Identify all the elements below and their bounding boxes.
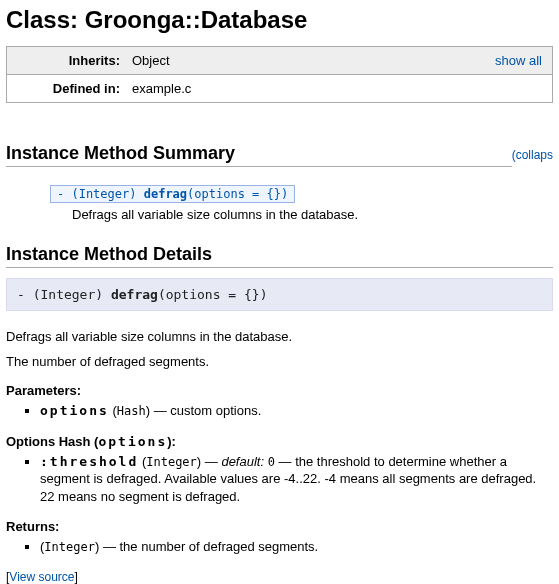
returns-title: Returns: [6, 519, 553, 534]
method-desc-1: Defrags all variable size columns in the… [6, 329, 553, 344]
inherits-value: Object [132, 53, 495, 68]
summary-desc: Defrags all variable size columns in the… [72, 207, 553, 222]
class-info-box: Inherits: Object show all Defined in: ex… [6, 46, 553, 103]
param-desc: custom options. [170, 403, 261, 418]
param-name: options [40, 403, 109, 418]
show-all-link[interactable]: show all [495, 53, 542, 68]
option-type: Integer [146, 455, 197, 469]
summary-args: (options = {}) [187, 187, 288, 201]
opts-title-suffix: ): [167, 434, 176, 449]
summary-heading: Instance Method Summary [6, 143, 512, 167]
option-default-value: 0 [268, 455, 275, 469]
option-default-label: default: [221, 454, 264, 469]
param-item: options (Hash) — custom options. [40, 402, 553, 420]
opts-title-mono: options [98, 434, 167, 449]
sig-method: defrag [111, 287, 158, 302]
param-type: Hash [117, 404, 146, 418]
details-heading: Instance Method Details [6, 244, 553, 268]
method-signature: - (Integer) defrag(options = {}) [6, 278, 553, 311]
defined-in-value: example.c [132, 81, 542, 96]
summary-prefix: - (Integer) [57, 187, 144, 201]
opt-paren-close: ) [197, 454, 201, 469]
option-name: :threshold [40, 454, 138, 469]
opts-title-prefix: Options Hash ( [6, 434, 98, 449]
page-title: Class: Groonga::Database [6, 6, 553, 34]
summary-item: - (Integer) defrag(options = {}) Defrags… [50, 185, 553, 222]
summary-method: defrag [144, 187, 187, 201]
param-paren-close: ) [146, 403, 150, 418]
option-item: :threshold (Integer) — default: 0 — the … [40, 453, 553, 506]
return-desc: the number of defraged segments. [120, 539, 319, 554]
collapse-link[interactable]: collaps [516, 148, 553, 162]
return-type: Integer [44, 540, 95, 554]
sig-prefix: - (Integer) [17, 287, 111, 302]
inherits-label: Inherits: [17, 53, 132, 68]
view-source-link[interactable]: View source [9, 570, 74, 584]
defined-in-label: Defined in: [17, 81, 132, 96]
return-item: (Integer) — the number of defraged segme… [40, 538, 553, 556]
options-title: Options Hash (options): [6, 434, 553, 449]
parameters-title: Parameters: [6, 383, 553, 398]
ret-paren-close: ) [95, 539, 99, 554]
sig-args: (options = {}) [158, 287, 268, 302]
summary-signature-link[interactable]: - (Integer) defrag(options = {}) [50, 185, 295, 203]
method-desc-2: The number of defraged segments. [6, 354, 553, 369]
